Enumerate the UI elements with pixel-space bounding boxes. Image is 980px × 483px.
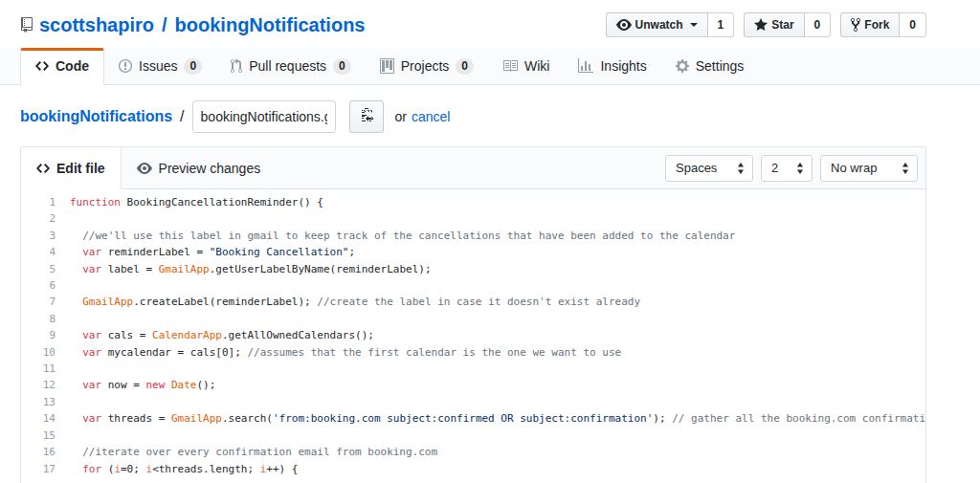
star-button[interactable]: Star xyxy=(744,12,804,37)
updown-caret-icon xyxy=(902,163,909,174)
unwatch-button[interactable]: Unwatch xyxy=(606,12,708,37)
code-line[interactable]: 7 GmailApp.createLabel(reminderLabel); /… xyxy=(21,294,925,310)
editor-tab-label: Edit file xyxy=(56,161,105,176)
wrap-mode-select[interactable]: No wrap xyxy=(820,155,918,182)
code-line[interactable]: 11 xyxy=(21,361,925,377)
code-line[interactable]: 12 var now = new Date(); xyxy=(21,377,925,393)
action-group-fork: Fork0 xyxy=(840,12,926,37)
repo-header: scottshapiro / bookingNotifications Unwa… xyxy=(20,0,926,48)
code-line[interactable]: 16 //iterate over every confirmation ema… xyxy=(21,444,925,460)
line-number: 16 xyxy=(21,444,56,460)
star-icon xyxy=(754,17,768,33)
tab-counter: 0 xyxy=(456,58,474,75)
line-number: 11 xyxy=(21,361,56,377)
repo-tab-code[interactable]: Code xyxy=(20,48,104,85)
code-line[interactable]: 15 xyxy=(21,428,925,444)
code-text: var reminderLabel = "Booking Cancellatio… xyxy=(56,244,355,260)
repo-name-link[interactable]: bookingNotifications xyxy=(175,14,366,36)
repo-tab-insights[interactable]: Insights xyxy=(564,48,660,84)
repo-owner-link[interactable]: scottshapiro xyxy=(39,14,154,36)
project-icon xyxy=(380,58,394,74)
tab-counter: 0 xyxy=(333,58,351,75)
repo-icon xyxy=(20,17,33,33)
code-line[interactable]: 4 var reminderLabel = "Booking Cancellat… xyxy=(21,244,925,260)
line-number: 13 xyxy=(21,394,56,410)
action-group-unwatch: Unwatch1 xyxy=(606,12,735,37)
code-text: var mycalendar = cals[0]; //assumes that… xyxy=(56,344,621,361)
pull-request-icon xyxy=(231,58,242,74)
repo-tab-settings[interactable]: Settings xyxy=(661,48,759,84)
breadcrumb-repo-link[interactable]: bookingNotifications xyxy=(20,108,172,125)
code-line[interactable]: 2 xyxy=(21,210,925,227)
file-editor: Edit filePreview changes Spaces2No wrap … xyxy=(20,146,926,483)
action-group-star: Star0 xyxy=(744,12,831,37)
line-number: 5 xyxy=(21,261,56,277)
editor-tab-edit-file[interactable]: Edit file xyxy=(21,147,122,189)
copy-path-button[interactable] xyxy=(349,100,384,133)
repo-tab-bar: CodeIssues0Pull requests0Projects0WikiIn… xyxy=(0,48,980,85)
fork-button[interactable]: Fork xyxy=(840,12,900,37)
editor-settings: Spaces2No wrap xyxy=(665,147,925,188)
code-text xyxy=(56,311,77,327)
unwatch-button-label: Unwatch xyxy=(635,16,683,33)
line-number: 12 xyxy=(21,377,56,393)
fork-count[interactable]: 0 xyxy=(900,12,926,37)
code-line[interactable]: 14 var threads = GmailApp.search('from:b… xyxy=(21,410,925,427)
clipboard-icon xyxy=(360,108,373,126)
repo-title-separator: / xyxy=(162,14,167,36)
code-line[interactable]: 9 var cals = CalendarApp.getAllOwnedCale… xyxy=(21,327,925,343)
dropdown-caret-icon xyxy=(690,23,698,27)
editor-tab-preview-changes[interactable]: Preview changes xyxy=(122,147,277,188)
code-text: var cals = CalendarApp.getAllOwnedCalend… xyxy=(56,327,374,343)
code-icon xyxy=(35,58,49,74)
code-line[interactable]: 13 xyxy=(21,394,925,410)
tab-label: Code xyxy=(56,56,89,76)
repo-title: scottshapiro / bookingNotifications xyxy=(20,14,365,36)
tab-label: Projects xyxy=(401,56,450,76)
line-number: 15 xyxy=(21,428,56,444)
editor-tab-label: Preview changes xyxy=(159,161,261,176)
repo-tab-issues[interactable]: Issues0 xyxy=(104,48,216,84)
editor-toolbar: Edit filePreview changes Spaces2No wrap xyxy=(21,147,925,189)
code-text: for (i=0; i<threads.length; i++) { xyxy=(56,461,298,477)
code-text: //we'll use this label in gmail to keep … xyxy=(56,228,735,244)
line-number: 8 xyxy=(21,311,56,327)
tab-label: Issues xyxy=(139,56,177,76)
line-number: 4 xyxy=(21,244,56,260)
or-text: or xyxy=(395,109,407,124)
tab-label: Pull requests xyxy=(249,56,326,76)
repo-tab-projects[interactable]: Projects0 xyxy=(366,48,488,84)
star-count[interactable]: 0 xyxy=(805,12,832,37)
cancel-link[interactable]: cancel xyxy=(412,109,450,124)
code-text xyxy=(56,428,77,444)
code-text xyxy=(56,210,77,227)
code-line[interactable]: 8 xyxy=(21,311,925,327)
eye-icon xyxy=(616,17,632,33)
select-value: Spaces xyxy=(676,161,717,175)
indent-mode-select[interactable]: Spaces xyxy=(665,155,753,182)
code-line[interactable]: 17 for (i=0; i<threads.length; i++) { xyxy=(21,461,925,477)
code-line[interactable]: 10 var mycalendar = cals[0]; //assumes t… xyxy=(21,344,925,361)
code-line[interactable]: 5 var label = GmailApp.getUserLabelByNam… xyxy=(21,261,925,277)
code-text: var label = GmailApp.getUserLabelByName(… xyxy=(56,261,432,277)
line-number: 3 xyxy=(21,228,56,244)
code-text: function BookingCancellationReminder() { xyxy=(56,194,323,210)
code-text xyxy=(56,394,77,410)
code-text: var threads = GmailApp.search('from:book… xyxy=(56,410,925,427)
unwatch-count[interactable]: 1 xyxy=(708,12,735,37)
code-icon xyxy=(36,161,50,176)
repo-tab-wiki[interactable]: Wiki xyxy=(488,48,564,84)
editor-tabs: Edit filePreview changes xyxy=(21,147,276,188)
indent-size-select[interactable]: 2 xyxy=(761,155,813,182)
repo-tab-pull-requests[interactable]: Pull requests0 xyxy=(216,48,366,84)
code-text: GmailApp.createLabel(reminderLabel); //c… xyxy=(56,294,640,310)
code-text xyxy=(56,361,77,377)
code-line[interactable]: 6 xyxy=(21,277,925,294)
tab-counter: 0 xyxy=(184,58,202,75)
filename-input[interactable] xyxy=(192,100,336,133)
repo-actions: Unwatch1Star0Fork0 xyxy=(606,12,926,37)
code-line[interactable]: 3 //we'll use this label in gmail to kee… xyxy=(21,228,925,244)
code-line[interactable]: 1function BookingCancellationReminder() … xyxy=(21,194,925,210)
code-editor[interactable]: 1function BookingCancellationReminder() … xyxy=(21,189,925,483)
line-number: 14 xyxy=(21,410,56,427)
